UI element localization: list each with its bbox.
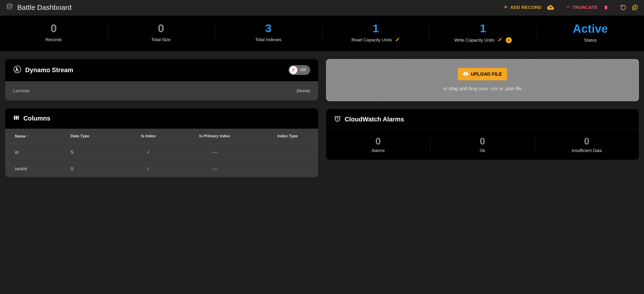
cw-stat-insufficient: 0 Insufficient Data — [535, 136, 639, 153]
cloudwatch-title: CloudWatch Alarms — [345, 116, 404, 123]
svg-rect-6 — [18, 116, 19, 120]
stat-records-value: 0 — [0, 22, 108, 35]
stat-status-label: Status — [584, 38, 596, 43]
col-header-name[interactable]: Name ↑ — [5, 129, 68, 144]
cw-insufficient-label: Insufficient Data — [535, 148, 639, 153]
lambda-value: (None) — [296, 88, 310, 94]
truncate-button[interactable]: TRUNCATE — [566, 4, 598, 11]
library-icon[interactable] — [632, 4, 638, 10]
stream-toggle[interactable]: Off — [288, 65, 310, 75]
cell-name: id — [5, 144, 68, 160]
cloudwatch-card: CloudWatch Alarms 0 Alarms 0 Ok 0 Insuff… — [326, 109, 639, 160]
stat-wcu: 1 Write Capacity Units i — [429, 22, 537, 43]
svg-point-0 — [7, 4, 12, 6]
cell-data-type: S — [68, 144, 124, 160]
cloud-upload-icon — [463, 71, 468, 78]
upload-hint: or drag and drop your .csv or .json file — [443, 86, 522, 91]
stat-wcu-label: Write Capacity Units — [454, 38, 494, 43]
lambda-icon — [13, 65, 22, 75]
dash-icon: — — [212, 166, 217, 172]
truncate-label: TRUNCATE — [572, 5, 598, 10]
col-header-is-primary[interactable]: Is Primary Index — [172, 129, 257, 144]
stat-rcu: 1 Read Capacity Units — [322, 22, 430, 43]
page-title: Battle Dashboard — [17, 4, 72, 12]
refresh-button[interactable] — [620, 4, 626, 10]
columns-table: Name ↑ Data Type Is Index Is Primary Ind… — [5, 129, 318, 177]
stat-status-value: Active — [537, 22, 644, 35]
stat-total-size: 0 Total Size — [108, 22, 215, 43]
add-record-button[interactable]: ADD RECORD — [503, 4, 542, 11]
stat-total-indexes-value: 3 — [215, 22, 322, 35]
check-icon: ✓ — [146, 166, 150, 172]
col-header-is-index[interactable]: Is Index — [124, 129, 172, 144]
stat-wcu-value: 1 — [429, 22, 537, 35]
toolbar-divider — [560, 3, 560, 12]
cw-alarms-label: Alarms — [326, 148, 430, 153]
svg-rect-5 — [16, 116, 17, 120]
cell-index-type — [257, 160, 318, 177]
page-title-group: Battle Dashboard — [6, 3, 72, 12]
stat-total-indexes-label: Total Indexes — [255, 37, 282, 42]
cell-data-type: S — [68, 160, 124, 177]
power-off-icon — [290, 66, 297, 74]
table-row: id S ✓ — — [5, 144, 318, 160]
cw-alarms-value: 0 — [326, 136, 430, 147]
stat-records-label: Records — [45, 37, 62, 42]
cw-stat-ok: 0 Ok — [430, 136, 535, 153]
stat-total-size-value: 0 — [108, 22, 215, 35]
cw-ok-value: 0 — [430, 136, 535, 147]
cell-index-type — [257, 144, 318, 160]
col-header-index-type[interactable]: Index Type — [257, 129, 318, 144]
lambda-label: Lambda: — [13, 88, 30, 94]
add-record-label: ADD RECORD — [510, 5, 542, 10]
sort-asc-icon: ↑ — [27, 134, 29, 138]
col-header-data-type[interactable]: Data Type — [68, 129, 124, 144]
edit-wcu-icon[interactable] — [498, 37, 502, 43]
cw-ok-label: Ok — [430, 148, 535, 153]
alarm-clock-icon — [334, 115, 341, 124]
cw-insufficient-value: 0 — [535, 136, 639, 147]
info-icon[interactable]: i — [506, 37, 512, 43]
minus-icon — [566, 4, 571, 11]
table-row: tankId S ✓ — — [5, 160, 318, 177]
upload-file-label: UPLOAD FILE — [471, 72, 502, 77]
stat-rcu-value: 1 — [322, 22, 430, 35]
stats-strip: 0 Records 0 Total Size 3 Total Indexes 1… — [0, 16, 644, 51]
cell-name: tankId — [5, 160, 68, 177]
stream-toggle-label: Off — [300, 68, 306, 72]
delete-button[interactable] — [603, 5, 609, 10]
stat-total-size-label: Total Size — [151, 37, 170, 42]
toolbar-actions: ADD RECORD TRUNCATE — [503, 3, 638, 12]
svg-rect-1 — [634, 5, 637, 9]
plus-icon — [503, 4, 508, 11]
dash-icon: — — [212, 149, 217, 155]
stat-records: 0 Records — [0, 22, 108, 43]
check-icon: ✓ — [146, 149, 150, 155]
cloud-download-button[interactable] — [547, 4, 554, 11]
svg-rect-4 — [14, 116, 16, 120]
dynamo-stream-card: Dynamo Stream Off Lambda: (None) — [5, 59, 318, 100]
upload-file-button[interactable]: UPLOAD FILE — [458, 68, 507, 80]
columns-icon — [13, 114, 20, 122]
toolbar-divider — [614, 3, 614, 12]
stat-rcu-label: Read Capacity Units — [352, 37, 392, 42]
dynamo-stream-title: Dynamo Stream — [25, 66, 73, 74]
upload-dropzone[interactable]: UPLOAD FILE or drag and drop your .csv o… — [326, 59, 639, 101]
columns-card: Columns Name ↑ Data Type Is Index Is Pri… — [5, 108, 318, 177]
top-toolbar: Battle Dashboard ADD RECORD TRUNCATE — [0, 0, 644, 15]
edit-rcu-icon[interactable] — [395, 37, 400, 43]
cw-stat-alarms: 0 Alarms — [326, 136, 430, 153]
stat-total-indexes: 3 Total Indexes — [215, 22, 322, 43]
columns-title: Columns — [23, 115, 50, 122]
stat-status: Active Status — [537, 22, 644, 43]
database-icon — [6, 3, 13, 12]
